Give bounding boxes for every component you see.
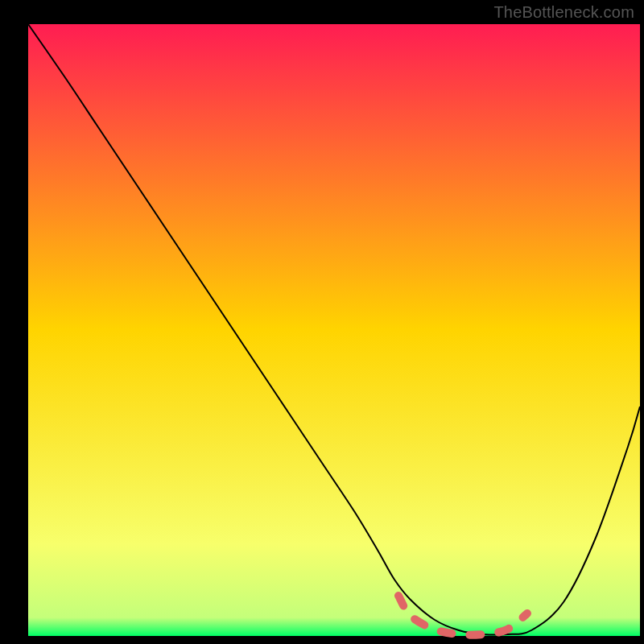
watermark-text: TheBottleneck.com xyxy=(493,3,634,22)
plot-background xyxy=(28,24,640,636)
chart-frame: TheBottleneck.com xyxy=(0,0,644,644)
bottleneck-chart xyxy=(0,0,644,644)
